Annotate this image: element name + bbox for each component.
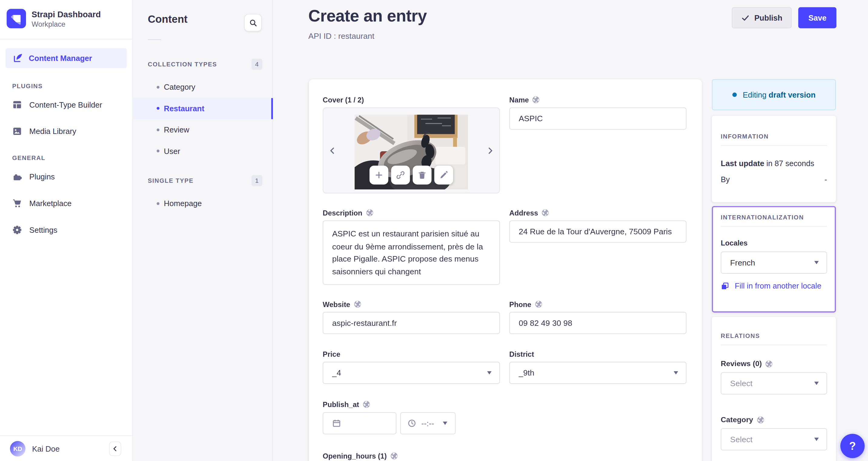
price-select[interactable]: _4 bbox=[323, 362, 500, 384]
category-relation-select[interactable]: Select bbox=[721, 428, 827, 451]
locale-select[interactable]: French bbox=[721, 252, 827, 274]
plus-icon bbox=[375, 171, 383, 179]
globe-icon bbox=[765, 360, 773, 368]
sidebar-item-media-library[interactable]: Media Library bbox=[0, 118, 132, 145]
globe-icon bbox=[756, 416, 765, 424]
collection-types-list: Category Restaurant Review User bbox=[133, 76, 273, 162]
collection-item-user[interactable]: User bbox=[133, 140, 273, 162]
puzzle-icon bbox=[12, 172, 22, 182]
draft-status-text: Editing draft version bbox=[743, 90, 815, 99]
phone-input[interactable]: 09 82 49 30 98 bbox=[509, 312, 687, 334]
chevron-down-icon bbox=[443, 422, 447, 425]
chevron-down-icon bbox=[674, 371, 678, 375]
single-type-list: Homepage bbox=[133, 193, 273, 214]
content-nav-title: Content bbox=[148, 13, 187, 25]
help-button[interactable]: ? bbox=[840, 434, 865, 458]
strapi-logo bbox=[7, 9, 26, 28]
layout-icon bbox=[12, 100, 22, 110]
price-field-label: Price bbox=[323, 350, 340, 358]
description-field: Description ASPIC est un restaurant pari… bbox=[323, 208, 500, 285]
information-panel: INFORMATION Last update in 87 seconds By… bbox=[712, 116, 836, 202]
collection-item-restaurant[interactable]: Restaurant bbox=[133, 98, 273, 119]
sidebar-item-marketplace[interactable]: Marketplace bbox=[0, 190, 132, 217]
sidebar-item-label: Marketplace bbox=[29, 199, 71, 208]
name-field-label: Name bbox=[509, 95, 529, 104]
draft-status-banner: Editing draft version bbox=[712, 79, 836, 110]
locales-label: Locales bbox=[721, 239, 827, 247]
single-type-count-badge: 1 bbox=[251, 175, 262, 186]
divider bbox=[721, 226, 827, 227]
collapse-sidebar-button[interactable] bbox=[109, 441, 121, 456]
divider bbox=[721, 145, 827, 146]
category-relation-label: Category bbox=[721, 415, 753, 424]
chevron-down-icon bbox=[814, 438, 819, 441]
collection-types-count-badge: 4 bbox=[251, 59, 262, 70]
sidebar-item-label: Settings bbox=[29, 226, 57, 234]
publish-at-time-value: --:-- bbox=[421, 419, 434, 428]
locale-select-value: French bbox=[730, 258, 755, 267]
plugins-section-label: PLUGINS bbox=[12, 82, 132, 89]
collection-item-label: User bbox=[164, 147, 180, 155]
relations-panel: RELATIONS Reviews (0) Select Category Se… bbox=[712, 317, 836, 461]
website-input[interactable]: aspic-restaurant.fr bbox=[323, 312, 500, 334]
sidebar-item-label: Content-Type Builder bbox=[29, 100, 102, 109]
district-select[interactable]: _9th bbox=[509, 362, 687, 384]
carousel-next-icon[interactable] bbox=[486, 146, 494, 154]
entry-form-panel: Cover (1 / 2) bbox=[309, 79, 702, 461]
description-textarea[interactable]: ASPIC est un restaurant parisien situé a… bbox=[323, 220, 500, 285]
collection-item-label: Review bbox=[164, 125, 189, 134]
workspace-subtitle: Workplace bbox=[31, 20, 65, 28]
avatar[interactable]: KD bbox=[10, 441, 26, 456]
internationalization-panel: INTERNATIONALIZATION Locales French Fill… bbox=[712, 206, 836, 313]
gear-icon bbox=[12, 225, 22, 235]
sidebar-item-content-type-builder[interactable]: Content-Type Builder bbox=[0, 91, 132, 118]
entry-sidebar: Editing draft version INFORMATION Last u… bbox=[712, 79, 836, 110]
link-icon bbox=[396, 171, 405, 179]
district-select-value: _9th bbox=[519, 368, 534, 377]
delete-asset-button[interactable] bbox=[413, 166, 432, 184]
edit-asset-button[interactable] bbox=[434, 166, 453, 184]
collection-item-review[interactable]: Review bbox=[133, 119, 273, 140]
header-actions: Publish Save bbox=[732, 7, 837, 28]
publish-at-time-input[interactable]: --:-- bbox=[400, 412, 456, 434]
information-title: INFORMATION bbox=[721, 133, 827, 140]
cart-icon bbox=[12, 198, 22, 208]
single-type-item-label: Homepage bbox=[164, 199, 202, 208]
publish-button[interactable]: Publish bbox=[732, 7, 792, 28]
sidebar-item-label: Plugins bbox=[29, 172, 55, 181]
chevron-down-icon bbox=[487, 371, 492, 375]
cover-field-label: Cover (1 / 2) bbox=[323, 95, 364, 104]
bullet-icon bbox=[157, 150, 159, 152]
copy-link-button[interactable] bbox=[391, 166, 410, 184]
collection-item-category[interactable]: Category bbox=[133, 76, 273, 97]
address-field-label: Address bbox=[509, 208, 538, 217]
bullet-icon bbox=[157, 107, 159, 110]
question-mark-icon: ? bbox=[849, 439, 856, 452]
fill-from-locale-link[interactable]: Fill in from another locale bbox=[729, 281, 827, 292]
address-input[interactable]: 24 Rue de la Tour d'Auvergne, 75009 Pari… bbox=[509, 220, 687, 242]
by-label: By bbox=[721, 175, 730, 184]
address-field: Address 24 Rue de la Tour d'Auvergne, 75… bbox=[509, 208, 687, 285]
save-button[interactable]: Save bbox=[798, 7, 837, 28]
sidebar-item-content-manager[interactable]: Content Manager bbox=[5, 48, 127, 68]
reviews-relation-select[interactable]: Select bbox=[721, 372, 827, 394]
check-icon bbox=[741, 13, 749, 22]
status-dot-icon bbox=[732, 92, 737, 97]
workspace-header[interactable]: Strapi Dashboard Workplace bbox=[0, 0, 132, 39]
publish-at-date-input[interactable] bbox=[323, 412, 397, 434]
opening-hours-field-label: Opening_hours (1) bbox=[323, 452, 387, 460]
search-button[interactable] bbox=[244, 14, 262, 31]
category-relation-placeholder: Select bbox=[730, 435, 753, 444]
sidebar-item-settings[interactable]: Settings bbox=[0, 217, 132, 243]
sidebar-item-plugins[interactable]: Plugins bbox=[0, 163, 132, 190]
bullet-icon bbox=[157, 202, 159, 205]
main-nav: Content Manager PLUGINS Content-Type Bui… bbox=[0, 39, 132, 243]
carousel-previous-icon[interactable] bbox=[328, 146, 337, 154]
single-type-item-homepage[interactable]: Homepage bbox=[133, 193, 273, 214]
name-input[interactable]: ASPIC bbox=[509, 108, 687, 130]
cover-field: Cover (1 / 2) bbox=[323, 95, 500, 193]
publish-at-field-label: Publish_at bbox=[323, 400, 359, 409]
save-button-label: Save bbox=[808, 13, 827, 22]
publish-at-field: Publish_at --:-- bbox=[323, 400, 500, 434]
add-asset-button[interactable] bbox=[370, 166, 388, 184]
